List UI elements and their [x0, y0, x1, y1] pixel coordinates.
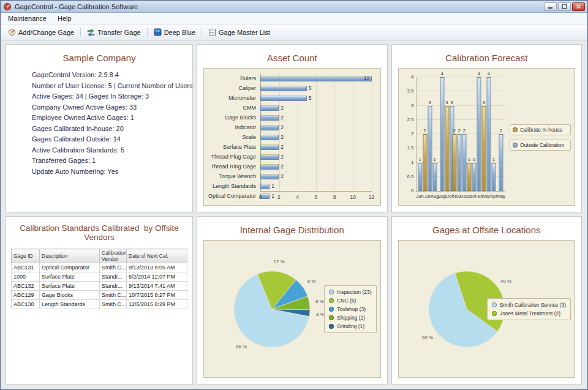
- forecast-bar: [477, 77, 481, 191]
- x-axis-tick-label: 2: [277, 194, 281, 200]
- asset-bar-row: Surface Plate2: [204, 142, 372, 152]
- table-column-header[interactable]: Date of Next Cal.: [127, 249, 187, 263]
- table-cell: Surface Plate: [40, 272, 100, 282]
- maximize-button[interactable]: [558, 2, 571, 11]
- table-cell: ABC131: [12, 263, 40, 272]
- legend-label: Toolshop (3): [337, 306, 366, 312]
- calibration-forecast-panel: Calibration Forecast 00.511.522.533.54Ju…: [391, 44, 582, 212]
- table-cell: 10/7/2015 8:27 PM: [127, 291, 187, 300]
- legend-label: Calibrate In-house: [520, 127, 562, 133]
- legend-color-dot: [329, 290, 334, 294]
- asset-bar-track: 1: [260, 184, 372, 189]
- menubar: Maintenance Help: [1, 13, 587, 24]
- y-axis-tick-label: 2.5: [407, 118, 413, 122]
- asset-bar: [260, 174, 279, 179]
- menu-maintenance[interactable]: Maintenance: [2, 13, 52, 23]
- asset-category-label: Indicator: [204, 124, 260, 130]
- legend-color-dot: [492, 311, 497, 316]
- company-info-line: Active Calibration Standards: 5: [32, 146, 187, 154]
- transfer-gage-icon: [87, 28, 95, 36]
- legend-item: Outside Calibration: [510, 140, 571, 151]
- forecast-bar: [418, 163, 422, 192]
- titlebar[interactable]: GageControl - Gage Calibration Software: [1, 1, 587, 13]
- asset-category-label: Scale: [204, 134, 260, 140]
- table-cell: Surface Plate: [40, 282, 100, 291]
- asset-bar-value: 2: [281, 105, 284, 111]
- deep-blue-theme-button[interactable]: Deep Blue: [149, 26, 200, 39]
- x-axis-tick-label: 8: [333, 194, 336, 200]
- company-title: Sample Company: [10, 53, 189, 63]
- table-column-header[interactable]: Gage ID: [12, 249, 40, 263]
- legend-item: Shipping (2): [329, 315, 371, 321]
- table-row[interactable]: ABC130Length StandardsSmith C...12/6/201…: [12, 300, 187, 309]
- pie-percent-label: 66 %: [236, 344, 247, 350]
- asset-bar: [260, 144, 279, 150]
- forecast-bar-value: 1: [492, 157, 495, 162]
- deep-blue-icon: [154, 28, 162, 36]
- x-axis-month-label: Feb: [475, 193, 483, 199]
- forecast-bar: [467, 163, 471, 192]
- table-row[interactable]: 1000Surface PlateStandr...6/2/2014 12:07…: [12, 272, 187, 282]
- asset-bar-row: CMM2: [204, 103, 372, 113]
- forecast-legend: Calibrate In-houseOutside Calibration: [507, 72, 572, 203]
- table-column-header[interactable]: Description: [40, 249, 100, 263]
- table-row[interactable]: ABC132Surface PlateStandr...9/13/2014 7:…: [12, 282, 187, 291]
- asset-bar-track: 2: [260, 154, 372, 160]
- table-row[interactable]: ABC129Gage BlocksSmith C...10/7/2015 8:2…: [12, 291, 187, 300]
- y-axis-tick-label: 2: [411, 132, 413, 137]
- window-title: GageControl - Gage Calibration Software: [15, 3, 544, 10]
- forecast-bar: [423, 134, 427, 191]
- pie-percent-label: 3 %: [316, 312, 325, 317]
- asset-category-label: Thread Plug Gage: [204, 154, 260, 160]
- minimize-button[interactable]: [544, 2, 557, 11]
- asset-category-label: Caliper: [204, 85, 260, 91]
- asset-bar-track: 2: [260, 135, 372, 140]
- table-row[interactable]: ABC131Optical ComparatorSmith C...9/13/2…: [12, 263, 187, 272]
- menu-help[interactable]: Help: [52, 13, 77, 23]
- asset-bar-value: 2: [281, 114, 284, 121]
- forecast-bar-value: 4: [488, 71, 490, 77]
- forecast-bar-value: 3: [483, 100, 485, 105]
- forecast-bar: [462, 134, 466, 191]
- calibration-forecast-title: Calibration Forecast: [396, 53, 578, 63]
- gridline: [417, 91, 505, 91]
- asset-category-label: Surface Plate: [204, 144, 260, 150]
- close-button[interactable]: [572, 2, 585, 11]
- gridline: [372, 73, 372, 191]
- asset-bar: [260, 135, 279, 140]
- y-axis-tick-label: 1: [411, 160, 413, 165]
- app-window: GageControl - Gage Calibration Software …: [0, 0, 588, 390]
- forecast-bar: [499, 134, 503, 191]
- asset-bar: [260, 164, 279, 170]
- asset-bar-value: 2: [281, 163, 284, 170]
- y-axis-tick-label: 1.5: [407, 146, 413, 151]
- asset-bar-row: Caliper5: [204, 83, 372, 93]
- legend-item: Smith Calibration Service (3): [492, 302, 566, 308]
- pie-percent-label: 9 %: [307, 279, 316, 284]
- table-cell: Smith C...: [100, 300, 127, 309]
- asset-category-label: Thread Ring Gage: [204, 163, 260, 170]
- forecast-bar-value: 3: [428, 100, 431, 105]
- forecast-plot-area: 00.511.522.533.54Jun1Jul23Aug1Sep4Oct33N…: [416, 77, 505, 192]
- asset-bar: [260, 86, 307, 91]
- x-axis-month-label: Jan: [468, 193, 475, 199]
- transfer-gage-label: Transfer Gage: [97, 29, 141, 36]
- table-cell: 9/13/2013 8:05 AM: [127, 263, 187, 272]
- asset-bar-row: Torque Wrench2: [204, 171, 372, 181]
- x-axis-month-label: Dec: [460, 193, 468, 199]
- add-change-gage-button[interactable]: Add/Change Gage: [4, 26, 78, 39]
- gage-master-list-button[interactable]: Gage Master List: [204, 26, 274, 39]
- internal-distribution-pie: 66 %17 %9 %6 %3 %: [214, 251, 330, 367]
- asset-category-label: Optical Comparator: [204, 193, 260, 199]
- forecast-bar: [481, 106, 486, 192]
- x-axis-month-label: Sep: [438, 193, 446, 199]
- legend-item: Inspection (23): [329, 289, 371, 295]
- legend-item: CNC (6): [329, 298, 371, 304]
- asset-category-label: Length Standards: [204, 183, 260, 189]
- table-column-header[interactable]: Calibration Vendor: [100, 249, 127, 263]
- legend-label: CNC (6): [337, 298, 356, 304]
- company-info-line: Transferred Gages: 1: [32, 157, 187, 164]
- toolbar-separator: [147, 28, 148, 37]
- dashboard: Sample Company GageControl Version: 2.9.…: [1, 40, 587, 389]
- transfer-gage-button[interactable]: Transfer Gage: [83, 26, 145, 39]
